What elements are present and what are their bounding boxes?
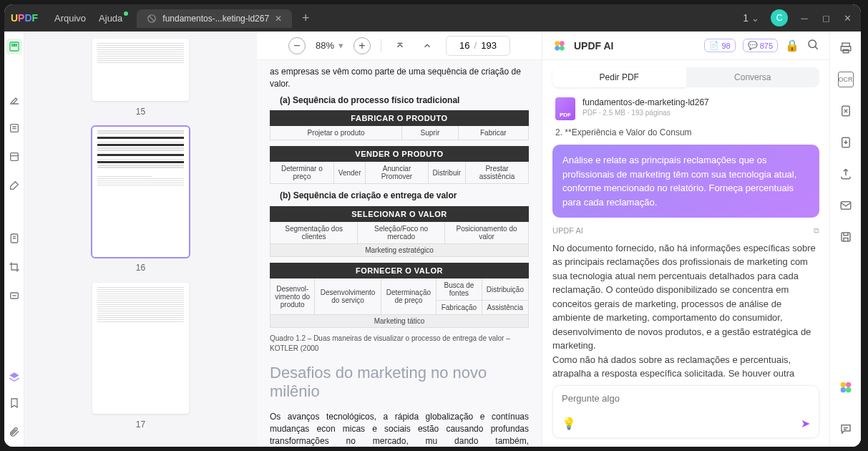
thumb-number: 17	[136, 420, 145, 430]
print-icon[interactable]	[838, 40, 854, 56]
table-header: VENDER O PRODUTO	[270, 147, 529, 162]
ai-panel: UPDF AI 📄98 💬875 🔒 Pedir PDF Conversa PD…	[542, 31, 829, 447]
heading: Desafios do marketing no novo milênio	[270, 364, 529, 401]
form-tool[interactable]	[6, 149, 22, 165]
organize-tool[interactable]	[6, 231, 22, 246]
suggestion-icon[interactable]: 💡	[562, 417, 576, 430]
avatar[interactable]: C	[771, 9, 788, 26]
file-name: fundamentos-de-marketing-ld267	[582, 97, 709, 107]
crop-tool[interactable]	[6, 259, 22, 275]
thumbnails-panel: 15 16 17	[24, 31, 257, 447]
doc-toolbar: − 88%▾ + 16 / 193	[257, 31, 542, 60]
ai-sidebar-icon[interactable]	[838, 379, 854, 395]
svg-point-8	[555, 41, 560, 46]
table-header: FORNECER O VALOR	[270, 263, 529, 278]
doc-text: as empresas se vêm como parte de uma seq…	[270, 66, 529, 90]
redact-tool[interactable]	[6, 288, 22, 304]
email-icon[interactable]	[838, 198, 854, 213]
attachment-tool[interactable]	[6, 424, 22, 440]
save-icon[interactable]	[838, 229, 854, 245]
search-icon[interactable]	[806, 38, 819, 54]
menu-file[interactable]: Arquivo	[54, 13, 86, 24]
add-tab-button[interactable]: +	[302, 11, 310, 26]
svg-point-20	[840, 382, 845, 387]
doc-text: Os avanços tecnológicos, a rápida global…	[270, 411, 529, 447]
ai-label: UPDF AI	[552, 225, 583, 237]
copy-icon[interactable]: ⧉	[814, 225, 819, 237]
svg-point-21	[846, 382, 851, 387]
page-input[interactable]: 16 / 193	[446, 36, 510, 56]
svg-point-9	[560, 41, 565, 46]
left-toolbar	[4, 31, 24, 447]
pdf-icon: PDF	[555, 97, 575, 120]
truncated-text: 2. **Experiência e Valor do Consum	[542, 127, 829, 137]
ai-logo-icon	[552, 39, 567, 53]
badge-messages[interactable]: 💬875	[743, 39, 778, 52]
caption: Quadro 1.2 – Duas maneiras de visualizar…	[270, 334, 529, 354]
ai-response: Como não há dados sobre as reclamações e…	[552, 353, 819, 379]
bookmark-tool[interactable]	[6, 395, 22, 411]
svg-point-11	[560, 46, 565, 51]
svg-point-23	[846, 387, 851, 392]
highlight-tool[interactable]	[6, 92, 22, 107]
svg-rect-5	[10, 153, 18, 161]
svg-point-22	[840, 387, 845, 392]
share-icon[interactable]	[838, 166, 854, 182]
table-header: SELECIONAR O VALOR	[270, 207, 529, 222]
thumbnail[interactable]	[92, 39, 189, 101]
export-icon[interactable]	[838, 135, 854, 150]
document-tab[interactable]: fundamentos-...keting-ld267 ✕	[137, 9, 292, 28]
first-page-button[interactable]	[391, 37, 409, 54]
close-button[interactable]: ✕	[842, 13, 852, 23]
table-header: FABRICAR O PRODUTO	[270, 111, 529, 126]
zoom-select[interactable]: 88%▾	[316, 40, 343, 51]
file-info: PDF fundamentos-de-marketing-ld267 PDF ·…	[542, 94, 829, 127]
prev-page-button[interactable]	[419, 37, 436, 54]
thumb-number: 16	[136, 263, 145, 273]
compress-icon[interactable]	[838, 103, 854, 119]
ai-input[interactable]	[562, 393, 810, 404]
section-label: (a) Sequência do processo físico tradici…	[270, 94, 529, 107]
titlebar: UPDF Arquivo Ajuda fundamentos-...keting…	[4, 4, 861, 31]
comment-icon[interactable]	[838, 421, 854, 437]
svg-rect-19	[842, 233, 850, 241]
edit-tool[interactable]	[6, 178, 22, 193]
tab-title: fundamentos-...keting-ld267	[162, 14, 269, 24]
badge-docs[interactable]: 📄98	[704, 39, 735, 52]
file-meta: PDF · 2.5 MB · 193 páginas	[582, 109, 709, 117]
thumbnails-tool[interactable]	[6, 39, 22, 54]
svg-point-10	[555, 46, 560, 51]
section-label: (b) Sequência de criação e entrega de va…	[270, 190, 529, 202]
ai-title: UPDF AI	[574, 40, 697, 52]
user-message: Análise e relate as principais reclamaçõ…	[552, 145, 819, 218]
zoom-in-button[interactable]: +	[353, 37, 371, 54]
tab-chat[interactable]: Conversa	[686, 67, 820, 87]
ai-response: No documento fornecido, não há informaçõ…	[552, 241, 819, 353]
user-count[interactable]: 1⌄	[743, 12, 759, 24]
close-tab-icon[interactable]: ✕	[275, 14, 282, 24]
right-toolbar: OCR	[829, 31, 861, 447]
thumb-number: 15	[136, 107, 145, 117]
ocr-icon[interactable]: OCR	[838, 72, 854, 87]
maximize-button[interactable]: ◻	[821, 13, 831, 23]
thumbnail[interactable]	[92, 127, 189, 258]
tab-ask-pdf[interactable]: Pedir PDF	[552, 67, 686, 87]
ai-input-box[interactable]: 💡 ➤	[552, 385, 819, 438]
document-view: − 88%▾ + 16 / 193 as empresas se vêm com…	[257, 31, 542, 447]
app-logo: UPDF	[4, 12, 44, 24]
minimize-button[interactable]: ─	[799, 13, 809, 23]
zoom-out-button[interactable]: −	[288, 37, 306, 54]
svg-rect-2	[11, 44, 14, 47]
svg-rect-3	[14, 44, 16, 47]
lock-icon[interactable]: 🔒	[785, 39, 799, 52]
svg-point-12	[809, 40, 816, 48]
menu-help[interactable]: Ajuda	[99, 13, 122, 24]
thumbnail[interactable]	[92, 283, 189, 414]
send-button[interactable]: ➤	[801, 417, 810, 430]
text-tool[interactable]	[6, 120, 22, 136]
layers-tool[interactable]	[6, 369, 22, 385]
